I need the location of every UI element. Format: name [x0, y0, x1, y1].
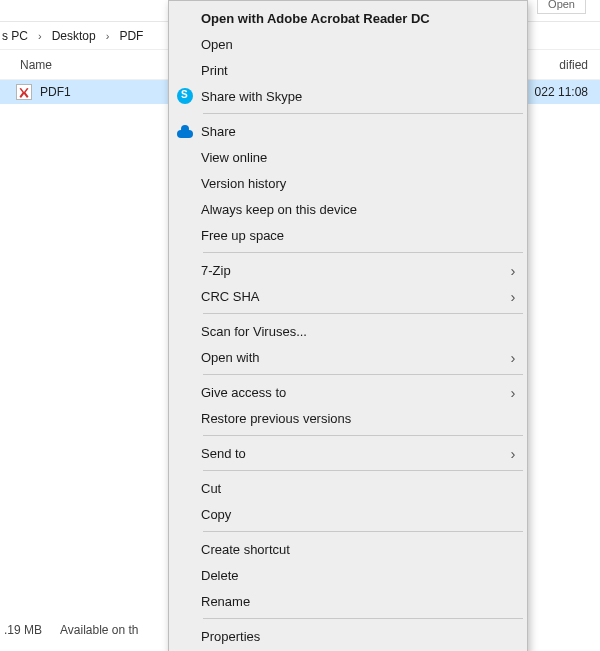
menu-version-history[interactable]: Version history — [169, 170, 527, 196]
menu-properties[interactable]: Properties — [169, 623, 527, 649]
menu-give-access-to[interactable]: Give access to › — [169, 379, 527, 405]
menu-share-skype[interactable]: Share with Skype — [169, 83, 527, 109]
menu-separator — [203, 531, 523, 532]
menu-open[interactable]: Open — [169, 31, 527, 57]
file-date-modified: 022 11:08 — [535, 85, 600, 99]
menu-send-to[interactable]: Send to › — [169, 440, 527, 466]
menu-crc-sha[interactable]: CRC SHA › — [169, 283, 527, 309]
menu-open-adobe[interactable]: Open with Adobe Acrobat Reader DC — [169, 5, 527, 31]
menu-separator — [203, 470, 523, 471]
menu-print[interactable]: Print — [169, 57, 527, 83]
menu-restore-previous-versions[interactable]: Restore previous versions — [169, 405, 527, 431]
cloud-icon — [177, 128, 193, 138]
status-bar: .19 MB Available on th — [0, 617, 139, 643]
menu-rename[interactable]: Rename — [169, 588, 527, 614]
menu-separator — [203, 618, 523, 619]
submenu-arrow-icon: › — [499, 384, 527, 401]
submenu-arrow-icon: › — [499, 262, 527, 279]
menu-cut[interactable]: Cut — [169, 475, 527, 501]
file-name-label: PDF1 — [40, 85, 71, 99]
breadcrumb-part-pdf[interactable]: PDF — [117, 29, 145, 43]
menu-delete[interactable]: Delete — [169, 562, 527, 588]
status-size: .19 MB — [4, 623, 60, 637]
menu-open-with[interactable]: Open with › — [169, 344, 527, 370]
status-availability: Available on th — [60, 623, 139, 637]
submenu-arrow-icon: › — [499, 349, 527, 366]
menu-always-keep[interactable]: Always keep on this device — [169, 196, 527, 222]
menu-create-shortcut[interactable]: Create shortcut — [169, 536, 527, 562]
menu-separator — [203, 252, 523, 253]
breadcrumb-part-pc[interactable]: s PC — [0, 29, 30, 43]
pdf-file-icon — [16, 84, 32, 100]
open-button[interactable]: Open — [537, 0, 586, 14]
menu-separator — [203, 113, 523, 114]
menu-view-online[interactable]: View online — [169, 144, 527, 170]
context-menu: Open with Adobe Acrobat Reader DC Open P… — [168, 0, 528, 651]
menu-separator — [203, 374, 523, 375]
menu-free-up-space[interactable]: Free up space — [169, 222, 527, 248]
breadcrumb-part-desktop[interactable]: Desktop — [50, 29, 98, 43]
chevron-right-icon: › — [98, 30, 118, 42]
column-header-name[interactable]: Name — [0, 58, 170, 72]
menu-separator — [203, 435, 523, 436]
column-header-date-modified[interactable]: dified — [559, 58, 600, 72]
chevron-right-icon: › — [30, 30, 50, 42]
menu-share[interactable]: Share — [169, 118, 527, 144]
menu-7zip[interactable]: 7-Zip › — [169, 257, 527, 283]
submenu-arrow-icon: › — [499, 445, 527, 462]
skype-icon — [177, 88, 193, 104]
menu-separator — [203, 313, 523, 314]
menu-scan-viruses[interactable]: Scan for Viruses... — [169, 318, 527, 344]
menu-copy[interactable]: Copy — [169, 501, 527, 527]
submenu-arrow-icon: › — [499, 288, 527, 305]
